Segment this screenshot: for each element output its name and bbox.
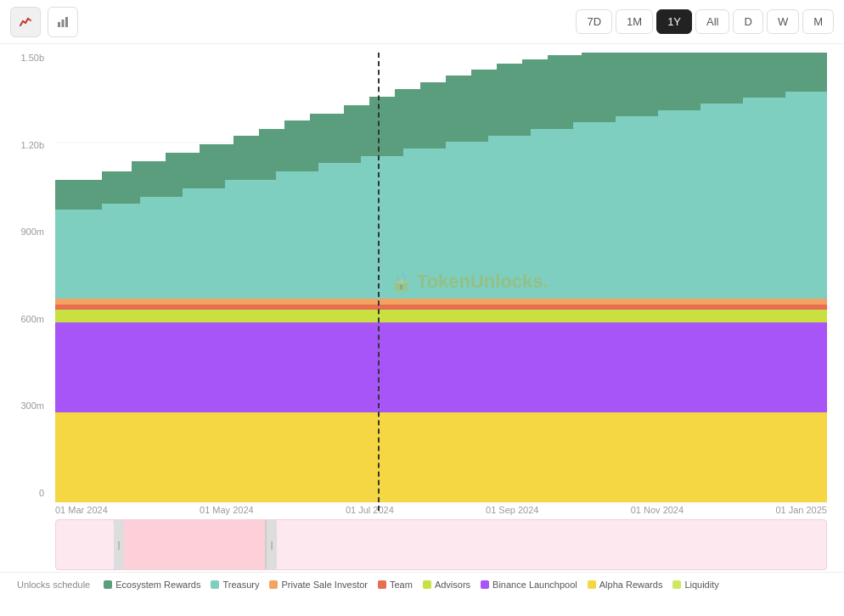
legend-alpha-rewards: Alpha Rewards	[588, 580, 663, 590]
ecosystem-rewards-label: Ecosystem Rewards	[115, 580, 200, 590]
alpha-rewards-dot	[588, 580, 596, 589]
unlocks-label: Unlocks schedule	[17, 580, 90, 590]
liquidity-label: Liquidity	[684, 580, 718, 590]
svg-rect-1	[62, 20, 65, 27]
binance-band	[55, 322, 827, 412]
private-sale-dot	[269, 580, 278, 589]
legend-team: Team	[378, 580, 413, 590]
x-label-sep: 01 Sep 2024	[486, 505, 538, 515]
legend: Unlocks schedule Ecosystem Rewards Treas…	[0, 572, 844, 596]
legend-treasury: Treasury	[211, 580, 259, 590]
x-label-nov: 01 Nov 2024	[631, 505, 684, 515]
y-label-1b20: 1.20b	[0, 140, 51, 150]
today-line	[378, 53, 380, 511]
advisors-label: Advisors	[435, 580, 470, 590]
binance-dot	[481, 580, 489, 589]
chart-type-buttons	[10, 7, 78, 37]
y-label-300m: 300m	[0, 400, 51, 411]
y-label-900m: 900m	[0, 227, 51, 237]
stacked-chart	[55, 53, 827, 502]
bar-chart-icon	[56, 15, 70, 29]
bar-chart-button[interactable]	[48, 7, 78, 37]
chart-container: 0 300m 600m 900m 1.20b 1.50b Chart in UT…	[0, 44, 844, 519]
toolbar: 7D 1M 1Y All D W M	[0, 0, 844, 44]
nav-selected-range	[114, 520, 267, 569]
team-dot	[378, 580, 386, 589]
y-label-600m: 600m	[0, 314, 51, 324]
legend-binance: Binance Launchpool	[481, 580, 577, 590]
time-interval-buttons: 7D 1M 1Y All D W M	[576, 9, 834, 34]
x-label-mar: 01 Mar 2024	[55, 505, 108, 515]
chart-area	[55, 53, 827, 502]
svg-rect-2	[65, 17, 68, 27]
all-button[interactable]: All	[695, 9, 729, 34]
nav-handle-left[interactable]: |	[114, 520, 124, 569]
chart-navigator[interactable]: | |	[55, 519, 827, 570]
x-label-jul: 01 Jul 2024	[346, 505, 394, 515]
treasury-dot	[211, 580, 219, 589]
legend-liquidity: Liquidity	[672, 580, 718, 590]
alpha-rewards-band	[55, 412, 827, 502]
y-label-1b50: 1.50b	[0, 53, 51, 63]
line-chart-button[interactable]	[10, 7, 41, 37]
liquidity-dot	[672, 580, 681, 589]
x-label-may: 01 May 2024	[200, 505, 254, 515]
y-label-0: 0	[0, 488, 51, 498]
x-axis: 01 Mar 2024 01 May 2024 01 Jul 2024 01 S…	[55, 505, 827, 515]
y-axis: 0 300m 600m 900m 1.20b 1.50b	[0, 53, 51, 502]
team-label: Team	[390, 580, 413, 590]
private-sale-label: Private Sale Investor	[281, 580, 368, 590]
legend-ecosystem-rewards: Ecosystem Rewards	[104, 580, 200, 590]
legend-advisors: Advisors	[423, 580, 470, 590]
legend-private-sale: Private Sale Investor	[269, 580, 368, 590]
alpha-rewards-label: Alpha Rewards	[599, 580, 663, 590]
advisors-band	[55, 310, 827, 322]
svg-rect-0	[58, 22, 60, 27]
1m-button[interactable]: 1M	[616, 9, 653, 34]
w-button[interactable]: W	[767, 9, 799, 34]
d-button[interactable]: D	[733, 9, 762, 34]
line-chart-icon	[19, 15, 32, 29]
treasury-label: Treasury	[222, 580, 259, 590]
m-button[interactable]: M	[802, 9, 834, 34]
1y-button[interactable]: 1Y	[656, 9, 692, 34]
nav-handle-right[interactable]: |	[267, 520, 277, 569]
7d-button[interactable]: 7D	[576, 9, 612, 34]
advisors-dot	[423, 580, 431, 589]
team-band	[55, 305, 827, 310]
ecosystem-rewards-dot	[104, 580, 112, 589]
x-label-jan: 01 Jan 2025	[775, 505, 827, 515]
private-sale-band	[55, 299, 827, 305]
binance-label: Binance Launchpool	[492, 580, 577, 590]
